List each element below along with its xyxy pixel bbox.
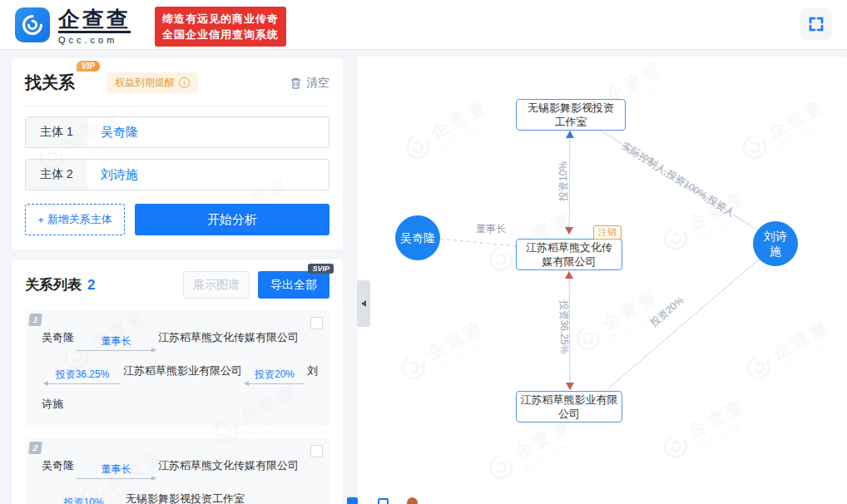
item-index-badge: 1: [28, 314, 42, 326]
path-node: 吴奇隆: [42, 331, 74, 343]
edge-label-invest3625: 投资36.25%: [557, 300, 571, 354]
subject-2-label: 主体 2: [26, 160, 87, 190]
relation-arrow-right: 董事长: [77, 336, 156, 357]
list-count: 2: [87, 277, 95, 294]
trash-icon: [290, 77, 302, 90]
vip-badge: VIP: [77, 61, 100, 72]
subject-2-value[interactable]: 刘诗施: [87, 167, 138, 183]
relation-path-item[interactable]: 2 吴奇隆董事长江苏稻草熊文化传媒有限公司投资10%无锡影舞影视投资工作室实际控…: [25, 438, 329, 504]
slogan-line-1: 缔造有远见的商业传奇: [162, 11, 279, 27]
rights-expiry-notice[interactable]: 权益到期提醒 i: [106, 72, 198, 93]
analyze-button[interactable]: 开始分析: [135, 204, 329, 235]
brand-name: 企查查: [58, 8, 131, 33]
relation-graph-canvas[interactable]: 无锡影舞影视投资 工作室 江苏稻草熊文化传 媒有限公司 注销 江苏稻草熊影业有限…: [358, 57, 847, 504]
relation-arrow-left: 投资10%: [44, 497, 123, 504]
relation-arrow-right: 董事长: [77, 464, 156, 485]
export-all-button[interactable]: 导出全部 SVIP: [258, 271, 329, 299]
graph-node-company-bottom[interactable]: 江苏稻草熊影业有限 公司: [516, 391, 622, 422]
slogan-line-2: 全国企业信用查询系统: [162, 27, 279, 42]
legend-company-icon[interactable]: [347, 497, 358, 504]
info-icon[interactable]: i: [179, 77, 190, 88]
status-badge-cancelled: 注销: [593, 225, 622, 240]
graph-node-company-top[interactable]: 无锡影舞影视投资 工作室: [516, 99, 626, 131]
svip-badge: SVIP: [308, 264, 334, 274]
relation-arrow-left: 投资36.25%: [44, 369, 121, 390]
path-node: 无锡影舞影视投资工作室: [126, 492, 245, 504]
graph-node-person-right[interactable]: 刘诗 施: [753, 221, 798, 266]
slogan-banner: 缔造有远见的商业传奇 全国企业信用查询系统: [155, 7, 286, 47]
clear-button[interactable]: 清空: [290, 76, 329, 91]
subject-1-input[interactable]: 主体 1 吴奇隆: [25, 116, 329, 148]
divider: [25, 106, 329, 106]
add-subject-button[interactable]: + 新增关系主体: [25, 204, 125, 235]
brand-lockup[interactable]: 企查查 Qcc.com: [58, 8, 131, 45]
path-node: 吴奇隆: [42, 459, 74, 472]
show-graph-button[interactable]: 展示图谱: [183, 271, 250, 299]
edge-label-invest10: 投资10%: [557, 161, 571, 201]
subject-1-label: 主体 1: [26, 117, 87, 147]
collapse-panel-handle[interactable]: [357, 280, 370, 327]
relation-list-card: 关系列表 2 展示图谱 导出全部 SVIP 1 吴奇隆董事长江苏稻草熊文化传媒有…: [12, 259, 343, 504]
graph-node-company-mid[interactable]: 江苏稻草熊文化传 媒有限公司: [516, 239, 622, 270]
list-title: 关系列表: [25, 275, 82, 294]
qcc-logo-icon[interactable]: [15, 7, 50, 42]
legend-company-outline-icon[interactable]: [378, 498, 389, 504]
relation-path-item[interactable]: 1 吴奇隆董事长江苏稻草熊文化传媒有限公司投资36.25%江苏稻草熊影业有限公司…: [25, 310, 329, 427]
brand-domain: Qcc.com: [58, 35, 131, 45]
page-title: 找关系 VIP: [25, 72, 75, 94]
fullscreen-button[interactable]: [800, 8, 832, 40]
graph-node-person-left[interactable]: 吴奇隆: [395, 215, 440, 260]
legend-person-icon[interactable]: [407, 497, 418, 504]
path-node: 江苏稻草熊影业有限公司: [123, 364, 242, 377]
plus-icon: +: [37, 214, 44, 226]
subject-1-value[interactable]: 吴奇隆: [87, 125, 138, 141]
relation-arrow-left: 投资20%: [245, 369, 305, 390]
app-header: 企查查 Qcc.com 缔造有远见的商业传奇 全国企业信用查询系统: [0, 0, 847, 50]
item-checkbox[interactable]: [310, 445, 323, 457]
path-node: 江苏稻草熊文化传媒有限公司: [158, 331, 299, 343]
fullscreen-icon: [808, 16, 825, 32]
find-relations-card: 找关系 VIP 权益到期提醒 i 清空 主体 1 吴奇隆 主体 2 刘诗施 + …: [12, 58, 343, 250]
path-node: 江苏稻草熊文化传媒有限公司: [158, 459, 299, 472]
edge-label-chairman: 董事长: [476, 222, 506, 236]
item-index-badge: 2: [28, 442, 42, 454]
subject-2-input[interactable]: 主体 2 刘诗施: [25, 159, 329, 190]
item-checkbox[interactable]: [310, 317, 323, 329]
